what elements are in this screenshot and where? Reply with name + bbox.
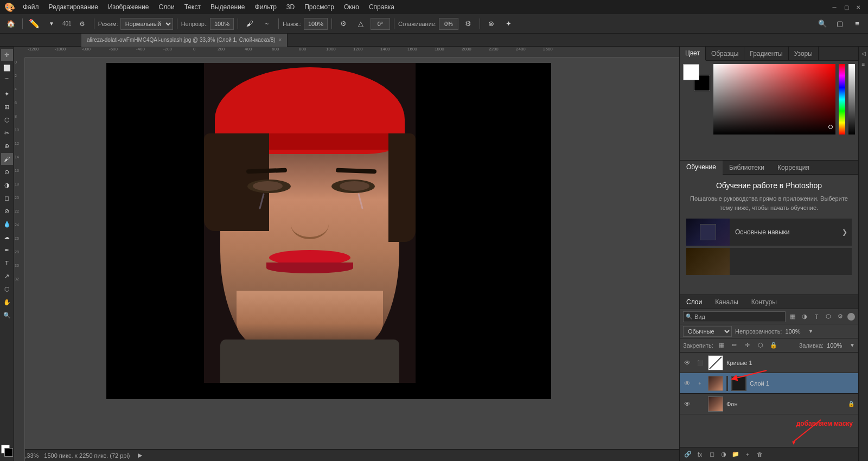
angle-btn[interactable]: △ bbox=[353, 16, 368, 31]
menu-select[interactable]: Выделение bbox=[206, 2, 250, 12]
tab-libraries[interactable]: Библиотеки bbox=[723, 161, 771, 175]
background-color[interactable] bbox=[4, 448, 13, 457]
lock-artboard-btn[interactable]: ⬡ bbox=[756, 341, 765, 350]
magic-wand-tool[interactable]: ✦ bbox=[1, 88, 13, 100]
filter-adj-btn[interactable]: ◑ bbox=[800, 312, 809, 322]
text-tool[interactable]: T bbox=[1, 257, 13, 269]
layer-layer1[interactable]: 👁 + Слой 1 инвертируем Ctrl+I bbox=[680, 373, 858, 394]
layer-visibility-layer1[interactable]: 👁 bbox=[683, 379, 692, 388]
dodge-tool[interactable]: ☁ bbox=[1, 231, 13, 243]
filter-toggle-btn[interactable] bbox=[847, 313, 855, 321]
menu-view[interactable]: Просмотр bbox=[300, 2, 339, 12]
fill-dropdown-btn[interactable]: ▼ bbox=[850, 342, 855, 348]
brush-preset-btn[interactable]: ▼ bbox=[44, 16, 59, 31]
add-style-btn[interactable]: fx bbox=[695, 450, 705, 459]
search-btn[interactable]: 🔍 bbox=[815, 16, 830, 31]
clone-tool[interactable]: ⊙ bbox=[1, 166, 13, 178]
crop-tool[interactable]: ⊞ bbox=[1, 101, 13, 113]
add-mask-btn[interactable]: ◻ bbox=[707, 450, 717, 459]
side-btn-2[interactable]: ≡ bbox=[859, 60, 868, 68]
menu-filter[interactable]: Фильтр bbox=[251, 2, 281, 12]
link-layers-btn[interactable]: 🔗 bbox=[683, 450, 693, 459]
lock-position-btn[interactable]: ✛ bbox=[743, 341, 752, 350]
side-btn-1[interactable]: ◁ bbox=[859, 49, 868, 57]
layer-visibility-background[interactable]: 👁 bbox=[683, 400, 692, 408]
mode-dropdown[interactable]: Нормальный bbox=[120, 18, 173, 30]
foreground-swatch[interactable] bbox=[683, 64, 699, 80]
shape-tool[interactable]: ⬡ bbox=[1, 283, 13, 295]
zoom-tool[interactable]: 🔍 bbox=[1, 309, 13, 321]
tab-swatches[interactable]: Образцы bbox=[706, 47, 744, 61]
workspace-btn[interactable]: ≡ bbox=[850, 16, 865, 31]
filter-text-btn[interactable]: T bbox=[812, 312, 821, 322]
pressure-input[interactable] bbox=[304, 18, 328, 30]
blend-mode-dropdown[interactable]: Обычные bbox=[683, 326, 732, 337]
opacity-dropdown-btn[interactable]: ▼ bbox=[808, 328, 813, 334]
menu-help[interactable]: Справка bbox=[365, 2, 399, 12]
home-button[interactable]: 🏠 bbox=[3, 16, 18, 31]
menu-image[interactable]: Изображение bbox=[104, 2, 154, 12]
add-adjustment-btn[interactable]: ◑ bbox=[719, 450, 729, 459]
tab-gradients[interactable]: Градиенты bbox=[744, 47, 788, 61]
pen-tool[interactable]: ✒ bbox=[1, 244, 13, 256]
eraser-tool[interactable]: ◻ bbox=[1, 192, 13, 204]
status-arrow[interactable]: ▶ bbox=[138, 452, 142, 459]
history-tool[interactable]: ◑ bbox=[1, 179, 13, 191]
layer-search-input[interactable]: 🔍 Вид bbox=[683, 311, 786, 322]
layer-link-curves1[interactable]: ⬛ bbox=[695, 358, 705, 368]
blur-tool[interactable]: 💧 bbox=[1, 218, 13, 230]
path-select-tool[interactable]: ↗ bbox=[1, 270, 13, 282]
new-group-btn[interactable]: 📁 bbox=[731, 450, 741, 459]
brush-tool-btn[interactable]: ✏️ bbox=[27, 16, 42, 31]
menu-layers[interactable]: Слои bbox=[155, 2, 179, 12]
layer-visibility-curves1[interactable]: 👁 bbox=[683, 358, 692, 367]
filter-shape-btn[interactable]: ⬡ bbox=[824, 312, 833, 322]
lock-paint-btn[interactable]: ✏ bbox=[730, 341, 739, 350]
minimize-button[interactable]: ─ bbox=[829, 3, 840, 11]
maximize-button[interactable]: ▢ bbox=[841, 3, 852, 11]
tab-contours[interactable]: Контуры bbox=[745, 295, 783, 309]
move-tool[interactable]: ✛ bbox=[1, 49, 13, 61]
menu-window[interactable]: Окно bbox=[340, 2, 363, 12]
symmetry-btn[interactable]: ⚙ bbox=[336, 16, 351, 31]
color-spectrum[interactable] bbox=[839, 64, 845, 135]
lock-pixels-btn[interactable]: ▦ bbox=[717, 341, 726, 350]
document-tab[interactable]: alireza-dolati-owFmHMC4QAI-unsplash.jpg … bbox=[81, 34, 288, 47]
layer-curves1[interactable]: 👁 ⬛ Кривые 1 bbox=[680, 353, 858, 373]
new-layer-btn[interactable]: + bbox=[743, 450, 752, 459]
tab-color[interactable]: Цвет bbox=[680, 47, 706, 61]
color-gradient-picker[interactable] bbox=[713, 64, 835, 135]
layer-link-layer1[interactable]: + bbox=[695, 379, 705, 388]
tab-channels[interactable]: Каналы bbox=[709, 295, 745, 309]
filter-smart-btn[interactable]: ⚙ bbox=[835, 312, 845, 322]
learn-card-2[interactable] bbox=[686, 248, 852, 275]
menu-text[interactable]: Текст bbox=[180, 2, 205, 12]
filter-pixel-btn[interactable]: ▦ bbox=[788, 312, 797, 322]
selection-tool[interactable]: ⬜ bbox=[1, 62, 13, 74]
tab-layers[interactable]: Слои bbox=[680, 295, 709, 309]
lock-all-btn[interactable]: 🔒 bbox=[769, 341, 778, 350]
layer-background[interactable]: 👁 Фон 🔒 bbox=[680, 394, 858, 414]
gradient-tool[interactable]: ⊘ bbox=[1, 205, 13, 217]
smooth-settings-btn[interactable]: ⚙ bbox=[461, 16, 476, 31]
tab-learn[interactable]: Обучение bbox=[680, 161, 723, 175]
heal-tool[interactable]: ⊕ bbox=[1, 140, 13, 152]
tab-patterns[interactable]: Узоры bbox=[789, 47, 819, 61]
color-extra-strip[interactable] bbox=[848, 64, 855, 135]
frame-tool[interactable]: ⬡ bbox=[1, 114, 13, 126]
hand-tool[interactable]: ✋ bbox=[1, 296, 13, 308]
lasso-tool[interactable]: ⌒ bbox=[1, 75, 13, 87]
learn-card-basics[interactable]: Основные навыки ❯ bbox=[686, 219, 852, 246]
close-button[interactable]: ✕ bbox=[853, 3, 864, 11]
menu-file[interactable]: Файл bbox=[18, 2, 43, 12]
brush-tool[interactable]: 🖌 bbox=[1, 153, 13, 165]
tab-close-btn[interactable]: × bbox=[279, 37, 282, 43]
angle-input[interactable] bbox=[371, 18, 390, 30]
arrange-btn[interactable]: ▢ bbox=[832, 16, 847, 31]
menu-3d[interactable]: 3D bbox=[282, 2, 299, 12]
tab-correction[interactable]: Коррекция bbox=[771, 161, 816, 175]
airbrush-btn[interactable]: 🖌 bbox=[242, 16, 257, 31]
opacity-input[interactable] bbox=[210, 18, 234, 30]
pen-pressure-btn[interactable]: ✦ bbox=[501, 16, 516, 31]
brush-settings-btn[interactable]: ⚙ bbox=[75, 16, 90, 31]
